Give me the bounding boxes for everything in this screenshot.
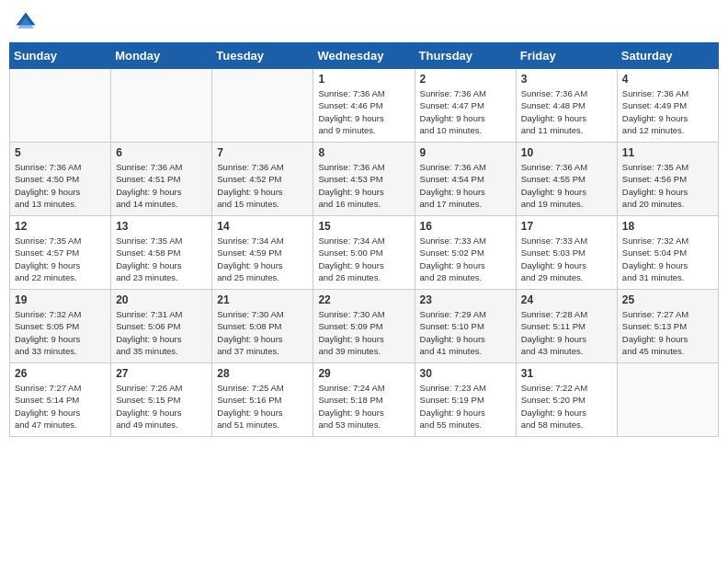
day-cell: 13Sunrise: 7:35 AM Sunset: 4:58 PM Dayli… <box>111 216 212 290</box>
day-cell: 25Sunrise: 7:27 AM Sunset: 5:13 PM Dayli… <box>617 290 718 363</box>
day-cell: 4Sunrise: 7:36 AM Sunset: 4:49 PM Daylig… <box>617 69 718 143</box>
day-number: 19 <box>15 293 106 306</box>
weekday-header-friday: Friday <box>516 43 617 69</box>
day-cell: 23Sunrise: 7:29 AM Sunset: 5:10 PM Dayli… <box>415 290 516 363</box>
day-number: 15 <box>318 220 409 233</box>
day-info: Sunrise: 7:34 AM Sunset: 4:59 PM Dayligh… <box>217 235 308 283</box>
weekday-header-monday: Monday <box>111 43 212 69</box>
day-info: Sunrise: 7:28 AM Sunset: 5:11 PM Dayligh… <box>521 308 612 357</box>
weekday-header-row: SundayMondayTuesdayWednesdayThursdayFrid… <box>10 43 719 69</box>
week-row-2: 5Sunrise: 7:36 AM Sunset: 4:50 PM Daylig… <box>10 143 719 216</box>
day-info: Sunrise: 7:30 AM Sunset: 5:09 PM Dayligh… <box>318 308 409 357</box>
day-cell: 10Sunrise: 7:36 AM Sunset: 4:55 PM Dayli… <box>516 143 617 216</box>
day-cell: 8Sunrise: 7:36 AM Sunset: 4:53 PM Daylig… <box>313 143 415 216</box>
day-info: Sunrise: 7:25 AM Sunset: 5:16 PM Dayligh… <box>217 382 308 431</box>
calendar: SundayMondayTuesdayWednesdayThursdayFrid… <box>9 42 719 437</box>
day-cell: 28Sunrise: 7:25 AM Sunset: 5:16 PM Dayli… <box>212 363 313 437</box>
day-number: 12 <box>15 220 106 233</box>
day-number: 31 <box>521 367 612 380</box>
day-cell: 3Sunrise: 7:36 AM Sunset: 4:48 PM Daylig… <box>516 69 617 143</box>
day-number: 25 <box>622 293 713 306</box>
day-number: 18 <box>622 220 713 233</box>
day-cell: 6Sunrise: 7:36 AM Sunset: 4:51 PM Daylig… <box>111 143 212 216</box>
day-info: Sunrise: 7:24 AM Sunset: 5:18 PM Dayligh… <box>318 382 409 431</box>
day-cell: 30Sunrise: 7:23 AM Sunset: 5:19 PM Dayli… <box>415 363 516 437</box>
day-cell: 9Sunrise: 7:36 AM Sunset: 4:54 PM Daylig… <box>415 143 516 216</box>
day-cell: 12Sunrise: 7:35 AM Sunset: 4:57 PM Dayli… <box>10 216 111 290</box>
day-number: 1 <box>318 73 409 86</box>
day-cell: 17Sunrise: 7:33 AM Sunset: 5:03 PM Dayli… <box>516 216 617 290</box>
day-info: Sunrise: 7:29 AM Sunset: 5:10 PM Dayligh… <box>420 308 511 357</box>
day-number: 28 <box>217 367 308 380</box>
day-number: 10 <box>521 146 612 159</box>
day-number: 7 <box>217 146 308 159</box>
day-info: Sunrise: 7:33 AM Sunset: 5:03 PM Dayligh… <box>521 235 612 283</box>
day-cell: 7Sunrise: 7:36 AM Sunset: 4:52 PM Daylig… <box>212 143 313 216</box>
day-info: Sunrise: 7:32 AM Sunset: 5:04 PM Dayligh… <box>622 235 713 283</box>
weekday-header-thursday: Thursday <box>415 43 516 69</box>
day-cell <box>212 69 313 143</box>
logo-icon <box>13 9 39 35</box>
day-info: Sunrise: 7:36 AM Sunset: 4:54 PM Dayligh… <box>420 161 511 210</box>
day-number: 6 <box>116 146 207 159</box>
day-cell: 26Sunrise: 7:27 AM Sunset: 5:14 PM Dayli… <box>10 363 111 437</box>
day-cell: 16Sunrise: 7:33 AM Sunset: 5:02 PM Dayli… <box>415 216 516 290</box>
day-number: 14 <box>217 220 308 233</box>
day-number: 13 <box>116 220 207 233</box>
day-cell: 19Sunrise: 7:32 AM Sunset: 5:05 PM Dayli… <box>10 290 111 363</box>
day-number: 8 <box>318 146 409 159</box>
day-cell <box>617 363 718 437</box>
day-cell: 27Sunrise: 7:26 AM Sunset: 5:15 PM Dayli… <box>111 363 212 437</box>
day-number: 16 <box>420 220 511 233</box>
day-number: 17 <box>521 220 612 233</box>
day-number: 27 <box>116 367 207 380</box>
day-info: Sunrise: 7:35 AM Sunset: 4:58 PM Dayligh… <box>116 235 207 283</box>
day-number: 22 <box>318 293 409 306</box>
day-cell: 2Sunrise: 7:36 AM Sunset: 4:47 PM Daylig… <box>415 69 516 143</box>
logo <box>13 9 40 35</box>
day-info: Sunrise: 7:36 AM Sunset: 4:49 PM Dayligh… <box>622 87 713 136</box>
week-row-3: 12Sunrise: 7:35 AM Sunset: 4:57 PM Dayli… <box>10 216 719 290</box>
day-number: 5 <box>15 146 106 159</box>
day-cell: 31Sunrise: 7:22 AM Sunset: 5:20 PM Dayli… <box>516 363 617 437</box>
day-number: 29 <box>318 367 409 380</box>
day-info: Sunrise: 7:36 AM Sunset: 4:52 PM Dayligh… <box>217 161 308 210</box>
day-info: Sunrise: 7:36 AM Sunset: 4:51 PM Dayligh… <box>116 161 207 210</box>
day-cell: 24Sunrise: 7:28 AM Sunset: 5:11 PM Dayli… <box>516 290 617 363</box>
day-info: Sunrise: 7:36 AM Sunset: 4:53 PM Dayligh… <box>318 161 409 210</box>
weekday-header-tuesday: Tuesday <box>212 43 313 69</box>
day-number: 23 <box>420 293 511 306</box>
weekday-header-wednesday: Wednesday <box>313 43 415 69</box>
day-cell: 5Sunrise: 7:36 AM Sunset: 4:50 PM Daylig… <box>10 143 111 216</box>
day-info: Sunrise: 7:35 AM Sunset: 4:56 PM Dayligh… <box>622 161 713 210</box>
day-info: Sunrise: 7:34 AM Sunset: 5:00 PM Dayligh… <box>318 235 409 283</box>
day-cell: 11Sunrise: 7:35 AM Sunset: 4:56 PM Dayli… <box>617 143 718 216</box>
day-info: Sunrise: 7:27 AM Sunset: 5:13 PM Dayligh… <box>622 308 713 357</box>
week-row-5: 26Sunrise: 7:27 AM Sunset: 5:14 PM Dayli… <box>10 363 719 437</box>
day-cell: 1Sunrise: 7:36 AM Sunset: 4:46 PM Daylig… <box>313 69 415 143</box>
week-row-1: 1Sunrise: 7:36 AM Sunset: 4:46 PM Daylig… <box>10 69 719 143</box>
day-info: Sunrise: 7:26 AM Sunset: 5:15 PM Dayligh… <box>116 382 207 431</box>
day-cell: 20Sunrise: 7:31 AM Sunset: 5:06 PM Dayli… <box>111 290 212 363</box>
header <box>9 9 719 35</box>
day-info: Sunrise: 7:32 AM Sunset: 5:05 PM Dayligh… <box>15 308 106 357</box>
day-cell: 15Sunrise: 7:34 AM Sunset: 5:00 PM Dayli… <box>313 216 415 290</box>
day-cell: 18Sunrise: 7:32 AM Sunset: 5:04 PM Dayli… <box>617 216 718 290</box>
day-cell: 21Sunrise: 7:30 AM Sunset: 5:08 PM Dayli… <box>212 290 313 363</box>
day-cell <box>111 69 212 143</box>
day-info: Sunrise: 7:23 AM Sunset: 5:19 PM Dayligh… <box>420 382 511 431</box>
day-number: 11 <box>622 146 713 159</box>
weekday-header-sunday: Sunday <box>10 43 111 69</box>
day-number: 21 <box>217 293 308 306</box>
day-number: 30 <box>420 367 511 380</box>
day-info: Sunrise: 7:36 AM Sunset: 4:50 PM Dayligh… <box>15 161 106 210</box>
day-number: 20 <box>116 293 207 306</box>
day-number: 2 <box>420 73 511 86</box>
day-info: Sunrise: 7:27 AM Sunset: 5:14 PM Dayligh… <box>15 382 106 431</box>
day-number: 4 <box>622 73 713 86</box>
weekday-header-saturday: Saturday <box>617 43 718 69</box>
day-info: Sunrise: 7:35 AM Sunset: 4:57 PM Dayligh… <box>15 235 106 283</box>
day-info: Sunrise: 7:22 AM Sunset: 5:20 PM Dayligh… <box>521 382 612 431</box>
day-info: Sunrise: 7:30 AM Sunset: 5:08 PM Dayligh… <box>217 308 308 357</box>
day-cell: 29Sunrise: 7:24 AM Sunset: 5:18 PM Dayli… <box>313 363 415 437</box>
